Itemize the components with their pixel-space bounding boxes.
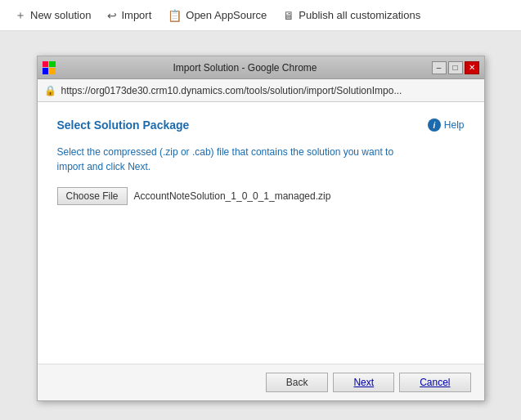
dialog-header: Select Solution Package i Help <box>57 118 465 132</box>
publish-button[interactable]: 🖥 Publish all customizations <box>275 4 429 27</box>
logo-blue <box>43 68 49 74</box>
choose-file-button[interactable]: Choose File <box>57 187 128 205</box>
dialog-spacer <box>57 221 465 319</box>
back-button[interactable]: Back <box>266 373 329 392</box>
dialog-content: Select Solution Package i Help Select th… <box>38 102 484 364</box>
browser-titlebar: Import Solution - Google Chrome – □ ✕ <box>38 56 484 79</box>
publish-icon: 🖥 <box>283 9 294 22</box>
file-input-row: Choose File AccountNoteSolution_1_0_0_1_… <box>57 187 465 205</box>
dialog-footer: Back Next Cancel <box>38 364 484 400</box>
plus-icon: ＋ <box>15 8 26 23</box>
lock-icon: 🔒 <box>44 85 56 96</box>
logo-orange <box>49 68 56 74</box>
appsource-icon: 📋 <box>168 9 182 22</box>
browser-title: Import Solution - Google Chrome <box>59 62 432 74</box>
logo-green <box>49 61 56 68</box>
publish-label: Publish all customizations <box>299 9 420 21</box>
description-text: Select the compressed (.zip or .cab) fil… <box>57 145 465 174</box>
minimize-button[interactable]: – <box>432 61 447 74</box>
next-button[interactable]: Next <box>333 373 394 392</box>
open-appsource-button[interactable]: 📋 Open AppSource <box>159 4 275 27</box>
windows-logo-container <box>43 61 59 74</box>
address-text: https://org0173de30.crm10.dynamics.com/t… <box>61 85 402 96</box>
main-area: Import Solution - Google Chrome – □ ✕ 🔒 … <box>0 31 521 420</box>
import-icon: ↩ <box>107 9 117 22</box>
dialog-title: Select Solution Package <box>57 118 190 132</box>
help-link[interactable]: i Help <box>428 118 465 132</box>
new-solution-label: New solution <box>30 9 91 21</box>
close-button[interactable]: ✕ <box>465 61 479 74</box>
logo-red <box>43 61 49 68</box>
help-icon: i <box>428 118 441 132</box>
cancel-button[interactable]: Cancel <box>399 373 470 392</box>
import-label: Import <box>121 9 151 21</box>
help-label: Help <box>444 119 465 131</box>
restore-button[interactable]: □ <box>448 61 463 74</box>
main-toolbar: ＋ New solution ↩ Import 📋 Open AppSource… <box>0 0 521 31</box>
import-button[interactable]: ↩ Import <box>99 4 159 27</box>
description-line1: Select the compressed (.zip or .cab) fil… <box>57 146 394 158</box>
open-appsource-label: Open AppSource <box>186 9 267 21</box>
browser-window: Import Solution - Google Chrome – □ ✕ 🔒 … <box>37 56 485 401</box>
windows-logo <box>43 61 56 74</box>
new-solution-button[interactable]: ＋ New solution <box>7 3 99 28</box>
description-line2: import and click Next. <box>57 161 151 172</box>
file-name: AccountNoteSolution_1_0_0_1_managed.zip <box>134 190 331 202</box>
browser-controls: – □ ✕ <box>432 61 479 74</box>
address-bar: 🔒 https://org0173de30.crm10.dynamics.com… <box>38 79 484 102</box>
